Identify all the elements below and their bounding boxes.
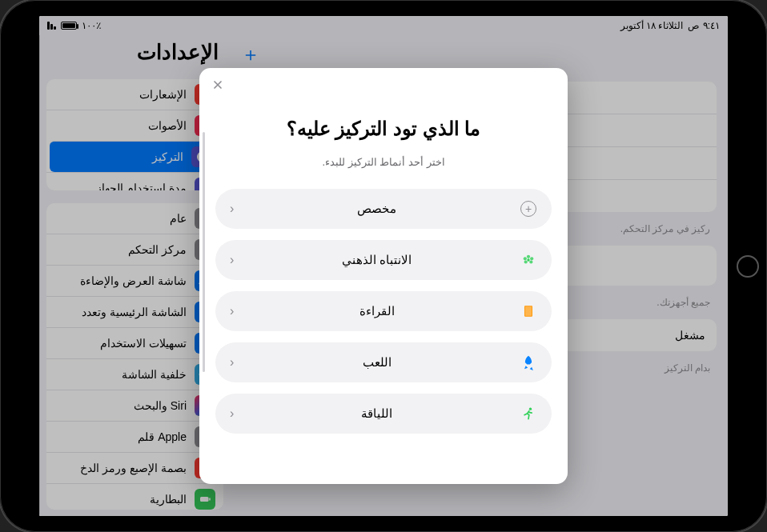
home-button[interactable] <box>737 255 759 278</box>
ipad-frame: ٩:٤١ ص الثلاثاء ١٨ أكتوبر ٪١٠٠ الإعدادات… <box>0 0 767 532</box>
modal-options-list[interactable]: +مخصص‹الانتباه الذهني‹القراءة‹اللعب‹اللي… <box>199 189 568 484</box>
focus-option-plus[interactable]: +مخصص‹ <box>215 189 552 229</box>
modal-subtitle: اختر أحد أنماط التركيز للبدء. <box>199 156 568 168</box>
focus-option-label: القراءة <box>234 304 520 318</box>
lotus-icon <box>520 251 537 269</box>
modal-title: ما الذي تود التركيز عليه؟ <box>199 118 568 140</box>
chevron-left-icon: ‹ <box>230 253 234 267</box>
chevron-left-icon: ‹ <box>230 202 234 216</box>
rocket-icon <box>520 354 537 371</box>
chevron-left-icon: ‹ <box>230 355 234 370</box>
chevron-left-icon: ‹ <box>230 304 234 318</box>
svg-point-24 <box>529 260 532 263</box>
focus-option-label: مخصص <box>234 202 520 216</box>
focus-option-lotus[interactable]: الانتباه الذهني‹ <box>215 240 552 280</box>
svg-point-27 <box>529 408 532 410</box>
close-icon <box>211 78 224 91</box>
focus-option-book[interactable]: القراءة‹ <box>215 291 552 331</box>
svg-point-21 <box>524 257 527 260</box>
scroll-indicator <box>203 132 205 372</box>
focus-option-label: اللعب <box>234 355 520 370</box>
close-button[interactable] <box>209 76 227 94</box>
book-icon <box>520 302 537 320</box>
svg-point-22 <box>530 257 533 260</box>
runner-icon <box>520 405 537 422</box>
focus-option-rocket[interactable]: اللعب‹ <box>215 342 552 382</box>
focus-option-label: اللياقة <box>234 406 520 421</box>
chevron-left-icon: ‹ <box>230 406 234 421</box>
focus-option-label: الانتباه الذهني <box>234 253 520 267</box>
svg-rect-26 <box>525 306 532 316</box>
svg-point-23 <box>524 260 528 263</box>
screen: ٩:٤١ ص الثلاثاء ١٨ أكتوبر ٪١٠٠ الإعدادات… <box>39 16 728 516</box>
focus-picker-modal: ما الذي تود التركيز عليه؟ اختر أحد أنماط… <box>199 68 568 484</box>
plus-icon: + <box>520 200 537 218</box>
svg-point-19 <box>527 258 529 261</box>
svg-point-20 <box>527 255 530 258</box>
focus-option-runner[interactable]: اللياقة‹ <box>215 394 552 434</box>
